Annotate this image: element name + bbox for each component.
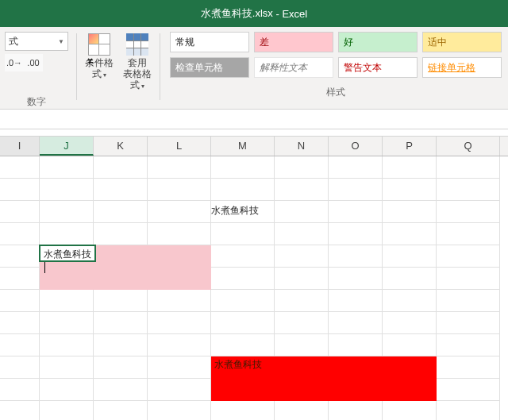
cell[interactable] bbox=[437, 268, 500, 290]
col-header-P[interactable]: P bbox=[383, 137, 437, 156]
col-header-M[interactable]: M bbox=[211, 137, 275, 156]
cell[interactable] bbox=[94, 223, 148, 245]
cell[interactable] bbox=[40, 334, 94, 356]
cell[interactable] bbox=[94, 334, 148, 356]
cell[interactable] bbox=[329, 223, 383, 245]
cell[interactable] bbox=[383, 268, 437, 290]
cell[interactable] bbox=[437, 379, 500, 401]
merged-cell-red[interactable]: 水煮鱼科技 bbox=[211, 356, 437, 401]
cell[interactable] bbox=[275, 312, 329, 334]
cell[interactable] bbox=[94, 379, 148, 401]
cell[interactable] bbox=[275, 223, 329, 245]
cell[interactable] bbox=[0, 401, 40, 420]
cell[interactable] bbox=[275, 334, 329, 356]
cell[interactable] bbox=[329, 268, 383, 290]
cell[interactable] bbox=[437, 356, 500, 379]
cell[interactable] bbox=[437, 201, 500, 223]
format-as-table-button[interactable]: 套用 表格格式▾ bbox=[118, 32, 156, 94]
cell[interactable] bbox=[40, 201, 94, 223]
col-header-K[interactable]: K bbox=[94, 137, 148, 156]
cell[interactable] bbox=[275, 156, 329, 179]
cell[interactable] bbox=[148, 179, 211, 201]
style-linked-cell[interactable]: 链接单元格 bbox=[422, 57, 502, 78]
cell[interactable] bbox=[383, 312, 437, 334]
col-header-N[interactable]: N bbox=[275, 137, 329, 156]
cell[interactable] bbox=[94, 356, 148, 379]
cell[interactable] bbox=[437, 290, 500, 312]
cell[interactable] bbox=[211, 312, 275, 334]
col-header-J[interactable]: J bbox=[40, 137, 94, 156]
cell[interactable] bbox=[0, 356, 40, 379]
cell[interactable] bbox=[148, 290, 211, 312]
formula-bar[interactable] bbox=[0, 110, 508, 129]
increase-decimal-button[interactable]: .0→ bbox=[5, 54, 24, 71]
cell[interactable] bbox=[94, 179, 148, 201]
cell[interactable] bbox=[40, 156, 94, 179]
cell[interactable] bbox=[94, 401, 148, 420]
cell[interactable] bbox=[148, 156, 211, 179]
decrease-decimal-button[interactable]: .00 bbox=[24, 54, 43, 71]
cell[interactable] bbox=[211, 156, 275, 179]
cell[interactable] bbox=[0, 379, 40, 401]
cell[interactable] bbox=[383, 334, 437, 356]
cell[interactable] bbox=[40, 223, 94, 245]
cell[interactable] bbox=[329, 290, 383, 312]
cell[interactable] bbox=[0, 245, 40, 268]
cell[interactable] bbox=[40, 179, 94, 201]
cell[interactable] bbox=[437, 312, 500, 334]
cell[interactable] bbox=[383, 401, 437, 420]
cell[interactable] bbox=[437, 334, 500, 356]
cell[interactable] bbox=[148, 401, 211, 420]
col-header-O[interactable]: O bbox=[329, 137, 383, 156]
cell[interactable] bbox=[148, 356, 211, 379]
cell[interactable] bbox=[383, 201, 437, 223]
cell[interactable] bbox=[211, 179, 275, 201]
style-explanatory[interactable]: 解释性文本 bbox=[254, 57, 333, 78]
conditional-formatting-button[interactable]: ≠ 条件格式▾ bbox=[80, 32, 118, 83]
cell[interactable] bbox=[0, 334, 40, 356]
active-cell-editor[interactable]: 水煮鱼科技 bbox=[39, 245, 96, 262]
style-bad[interactable]: 差 bbox=[254, 32, 333, 52]
cell[interactable] bbox=[437, 156, 500, 179]
cell[interactable] bbox=[40, 401, 94, 420]
col-header-L[interactable]: L bbox=[148, 137, 211, 156]
cell[interactable] bbox=[275, 179, 329, 201]
cell[interactable] bbox=[148, 312, 211, 334]
cell[interactable] bbox=[40, 290, 94, 312]
cell[interactable] bbox=[211, 223, 275, 245]
cell[interactable] bbox=[329, 179, 383, 201]
style-normal[interactable]: 常规 bbox=[170, 32, 249, 52]
style-neutral[interactable]: 适中 bbox=[422, 32, 502, 52]
cell[interactable] bbox=[437, 179, 500, 201]
cell[interactable] bbox=[275, 245, 329, 268]
cell[interactable] bbox=[329, 312, 383, 334]
cell[interactable] bbox=[211, 401, 275, 420]
cell[interactable] bbox=[0, 179, 40, 201]
cell[interactable] bbox=[437, 401, 500, 420]
cell[interactable] bbox=[329, 201, 383, 223]
cell[interactable] bbox=[383, 245, 437, 268]
cell[interactable] bbox=[0, 290, 40, 312]
cell[interactable] bbox=[211, 334, 275, 356]
style-warning[interactable]: 警告文本 bbox=[338, 57, 418, 78]
cell[interactable] bbox=[383, 290, 437, 312]
cell[interactable] bbox=[275, 290, 329, 312]
cell[interactable] bbox=[0, 156, 40, 179]
cell[interactable] bbox=[0, 201, 40, 223]
cell[interactable] bbox=[275, 401, 329, 420]
cell[interactable] bbox=[211, 268, 275, 290]
cell[interactable] bbox=[329, 334, 383, 356]
cell[interactable] bbox=[40, 356, 94, 379]
cell[interactable] bbox=[0, 268, 40, 290]
style-good[interactable]: 好 bbox=[338, 32, 418, 52]
cell[interactable] bbox=[148, 334, 211, 356]
cell[interactable] bbox=[148, 223, 211, 245]
cell[interactable] bbox=[0, 312, 40, 334]
cell[interactable] bbox=[211, 290, 275, 312]
cell[interactable] bbox=[383, 223, 437, 245]
cell[interactable] bbox=[0, 223, 40, 245]
cell[interactable] bbox=[437, 223, 500, 245]
cell[interactable] bbox=[94, 290, 148, 312]
cell[interactable] bbox=[211, 245, 275, 268]
cell[interactable] bbox=[383, 179, 437, 201]
